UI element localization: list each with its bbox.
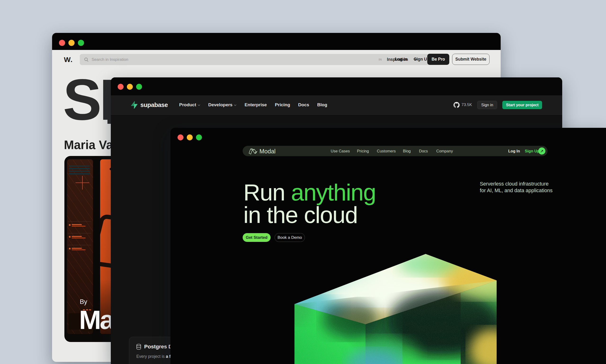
nav-enterprise[interactable]: Enterprise	[245, 102, 267, 107]
site-logo[interactable]: W.	[64, 56, 73, 64]
window-titlebar	[111, 78, 562, 95]
supabase-bolt-icon	[130, 101, 138, 109]
search-input[interactable]	[91, 57, 224, 62]
hero-tagline: Serverless cloud infrastructure for AI, …	[480, 181, 553, 194]
login-link[interactable]: Log In	[508, 149, 520, 153]
modal-navbar: Modal Use Cases Pricing Customers Blog D…	[243, 146, 548, 156]
desktop: W. IN Inspiration Log in Sign Up Be Pro …	[0, 0, 606, 364]
nav-product[interactable]: Product	[179, 102, 200, 107]
nav-docs[interactable]: Docs	[298, 102, 309, 107]
supabase-navbar: supabase Product Developers Enterprise P…	[111, 95, 562, 115]
hero-heading: Run anything in the cloud	[243, 181, 376, 226]
nav-customers[interactable]: Customers	[377, 149, 396, 153]
arrow-up-right-icon: ↗	[540, 149, 543, 153]
in-label: IN	[379, 58, 382, 61]
github-icon	[453, 102, 460, 108]
supabase-logo[interactable]: supabase	[130, 101, 168, 109]
modal-window: Modal Use Cases Pricing Customers Blog D…	[171, 128, 606, 364]
book-demo-button[interactable]: Book a Demo	[275, 233, 305, 242]
modal-logo[interactable]: Modal	[247, 147, 276, 155]
minimize-traffic-light[interactable]	[68, 40, 75, 46]
maximize-traffic-light[interactable]	[78, 40, 84, 46]
chevron-down-icon	[234, 104, 237, 106]
nav-developers[interactable]: Developers	[208, 102, 237, 107]
nav-use-cases[interactable]: Use Cases	[331, 149, 350, 153]
start-project-button[interactable]: Start your project	[502, 101, 542, 109]
minimize-traffic-light[interactable]	[187, 134, 193, 140]
sign-in-button[interactable]: Sign in	[477, 101, 497, 109]
hero-cube-illustration	[291, 251, 516, 364]
nav-pricing[interactable]: Pricing	[275, 102, 290, 107]
close-traffic-light[interactable]	[118, 84, 124, 90]
search-bar[interactable]: IN Inspiration	[80, 54, 441, 65]
page-title: SI	[63, 71, 113, 129]
submit-website-button[interactable]: Submit Website	[452, 54, 489, 65]
get-started-button[interactable]: Get Started	[243, 233, 271, 242]
maximize-traffic-light[interactable]	[196, 134, 202, 140]
nav-docs[interactable]: Docs	[419, 149, 428, 153]
artwork-big-text: Ma	[79, 305, 113, 335]
window-titlebar	[52, 33, 501, 50]
nav-company[interactable]: Company	[436, 149, 453, 153]
signup-arrow-button[interactable]: ↗	[538, 147, 545, 155]
close-traffic-light[interactable]	[59, 40, 65, 46]
nav-pricing[interactable]: Pricing	[357, 149, 369, 153]
be-pro-button[interactable]: Be Pro	[427, 54, 449, 65]
search-icon	[84, 57, 89, 62]
close-traffic-light[interactable]	[178, 134, 184, 140]
chevron-down-icon	[198, 104, 200, 106]
signup-link[interactable]: Sign Up	[525, 149, 540, 153]
github-stars[interactable]: 73.5K	[453, 102, 472, 108]
maximize-traffic-light[interactable]	[136, 84, 142, 90]
minimize-traffic-light[interactable]	[127, 84, 133, 90]
login-link[interactable]: Log in	[395, 57, 407, 62]
modal-logo-icon	[247, 147, 257, 155]
nav-blog[interactable]: Blog	[403, 149, 411, 153]
database-icon	[136, 344, 141, 350]
nav-blog[interactable]: Blog	[317, 102, 327, 107]
